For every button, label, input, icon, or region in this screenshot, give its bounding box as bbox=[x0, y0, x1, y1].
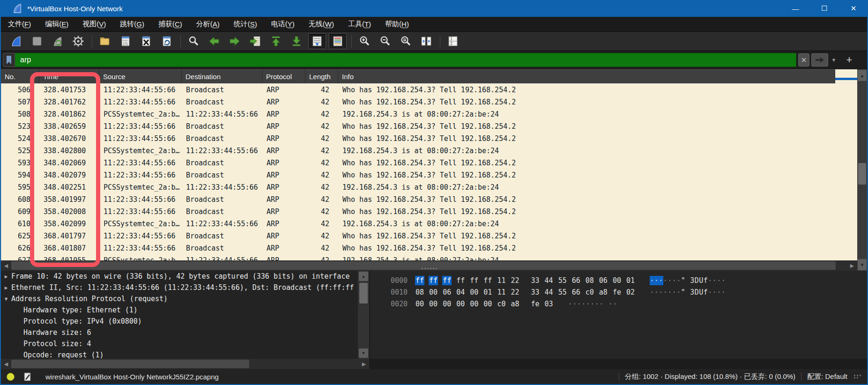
ascii-char[interactable]: · bbox=[676, 288, 681, 297]
hex-byte[interactable]: 11 bbox=[497, 276, 506, 285]
ascii-char[interactable]: · bbox=[654, 276, 659, 285]
ascii-char[interactable]: f bbox=[704, 288, 708, 297]
packet-row-524[interactable]: 524338.40267011:22:33:44:55:66BroadcastA… bbox=[1, 133, 857, 145]
packet-row-593[interactable]: 593348.40206911:22:33:44:55:66BroadcastA… bbox=[1, 157, 857, 169]
hex-byte[interactable]: c0 bbox=[497, 299, 506, 309]
ascii-char[interactable]: U bbox=[699, 276, 704, 285]
packet-row-627[interactable]: 627368.401955PCSSystemtec_2a:b…11:22:33:… bbox=[1, 254, 857, 260]
scroll-right-button[interactable]: ▶ bbox=[360, 360, 368, 368]
stop-capture-icon[interactable] bbox=[28, 33, 46, 49]
detail-vertical-scrollbar[interactable]: ▲ ▼ bbox=[358, 271, 369, 359]
ascii-char[interactable]: · bbox=[668, 288, 672, 297]
hex-byte[interactable]: 22 bbox=[510, 288, 519, 297]
close-file-icon[interactable] bbox=[137, 33, 155, 49]
hex-byte[interactable]: 55 bbox=[558, 276, 567, 285]
column-header-protocol[interactable]: Protocol bbox=[262, 70, 305, 83]
ascii-char[interactable]: · bbox=[668, 276, 672, 285]
colorize-icon[interactable] bbox=[329, 33, 347, 49]
column-header-no[interactable]: No. bbox=[1, 70, 39, 83]
hex-byte[interactable]: 03 bbox=[544, 299, 554, 309]
title-bar[interactable]: *VirtualBox Host-Only Network —☐✕ bbox=[0, 0, 868, 17]
detail-tree-item[interactable]: Hardware size: 6 bbox=[1, 327, 358, 338]
hex-byte[interactable]: 00 bbox=[469, 299, 479, 309]
detail-horizontal-scrollbar[interactable]: ◀ ▶ bbox=[1, 359, 369, 369]
scroll-left-button[interactable]: ◀ bbox=[2, 261, 10, 270]
hex-byte[interactable]: a8 bbox=[510, 299, 519, 309]
scroll-up-button[interactable]: ▲ bbox=[359, 272, 368, 281]
resize-grip[interactable] bbox=[854, 375, 861, 378]
go-forward-icon[interactable] bbox=[226, 33, 244, 49]
packet-row-595[interactable]: 595348.402251PCSSystemtec_2a:b…11:22:33:… bbox=[1, 181, 857, 193]
menu-item-a[interactable]: 分析(A) bbox=[189, 17, 227, 31]
scrollbar-thumb[interactable] bbox=[359, 283, 368, 304]
zoom-reset-icon[interactable] bbox=[397, 33, 415, 49]
ascii-char[interactable]: · bbox=[721, 288, 726, 297]
ascii-char[interactable]: · bbox=[717, 276, 721, 285]
menu-item-s[interactable]: 统计(S) bbox=[227, 17, 264, 31]
menu-item-t[interactable]: 工具(T) bbox=[341, 17, 378, 31]
hex-byte[interactable]: 04 bbox=[456, 288, 465, 297]
hex-byte[interactable]: fe bbox=[531, 299, 540, 309]
hex-byte[interactable]: 66 bbox=[571, 288, 581, 297]
minimize-button[interactable]: — bbox=[781, 0, 810, 17]
filter-clear-button[interactable]: ✕ bbox=[798, 53, 809, 67]
ascii-char[interactable]: 3 bbox=[690, 276, 695, 285]
save-file-icon[interactable]: 010111010110 bbox=[117, 33, 134, 49]
ascii-char[interactable]: D bbox=[695, 276, 699, 285]
packet-row-594[interactable]: 594348.40207911:22:33:44:55:66BroadcastA… bbox=[1, 169, 857, 181]
ascii-char[interactable]: · bbox=[590, 299, 595, 309]
expander-closed-icon[interactable]: ▶ bbox=[1, 285, 11, 291]
filter-bookmark-button[interactable] bbox=[3, 53, 15, 67]
close-button[interactable]: ✕ bbox=[839, 0, 868, 17]
detail-tree-item[interactable]: Protocol size: 4 bbox=[1, 338, 358, 349]
ascii-char[interactable]: · bbox=[712, 288, 717, 297]
ascii-char[interactable]: · bbox=[586, 299, 591, 309]
menu-item-w[interactable]: 无线(W) bbox=[302, 17, 341, 31]
zoom-out-icon[interactable] bbox=[376, 33, 394, 49]
packet-row-609[interactable]: 609358.40200811:22:33:44:55:66BroadcastA… bbox=[1, 206, 857, 218]
hex-byte[interactable]: 00 bbox=[442, 299, 452, 309]
ascii-char[interactable]: · bbox=[676, 276, 681, 285]
scrollbar-thumb[interactable] bbox=[11, 360, 249, 368]
column-header-info[interactable]: Info bbox=[338, 70, 835, 83]
find-packet-icon[interactable] bbox=[185, 33, 202, 49]
hex-byte[interactable]: 33 bbox=[531, 276, 540, 285]
hex-byte[interactable]: 06 bbox=[599, 276, 608, 285]
hex-byte[interactable]: 66 bbox=[571, 276, 581, 285]
ascii-char[interactable]: · bbox=[672, 276, 677, 285]
packet-row-610[interactable]: 610358.402099PCSSystemtec_2a:b…11:22:33:… bbox=[1, 218, 857, 230]
hex-byte[interactable]: 00 bbox=[429, 288, 438, 297]
detail-tree-item[interactable]: Opcode: request (1) bbox=[1, 349, 358, 359]
profile-selector[interactable]: 配置: Default bbox=[807, 372, 847, 381]
ascii-char[interactable]: · bbox=[708, 288, 712, 297]
hex-byte[interactable]: 00 bbox=[456, 299, 465, 309]
column-header-source[interactable]: Source bbox=[99, 70, 182, 83]
menu-item-g[interactable]: 跳转(G) bbox=[113, 17, 151, 31]
hex-byte[interactable]: ff bbox=[469, 276, 479, 285]
capture-file-name[interactable]: wireshark_VirtualBox Host-Only NetworkJ5… bbox=[45, 373, 219, 381]
restart-capture-icon[interactable] bbox=[49, 33, 67, 49]
menu-item-h[interactable]: 帮助(H) bbox=[378, 17, 416, 31]
detail-tree-item[interactable]: ▼Address Resolution Protocol (request) bbox=[1, 293, 358, 304]
ascii-char[interactable]: · bbox=[599, 299, 604, 309]
resize-columns-icon[interactable] bbox=[417, 33, 435, 49]
ascii-char[interactable]: · bbox=[717, 288, 721, 297]
column-header-destination[interactable]: Destination bbox=[182, 70, 262, 83]
detail-tree-item[interactable]: Protocol type: IPv4 (0x0800) bbox=[1, 316, 358, 327]
hex-byte[interactable]: 44 bbox=[544, 288, 554, 297]
ascii-char[interactable]: · bbox=[721, 276, 726, 285]
packet-row-626[interactable]: 626368.40180711:22:33:44:55:66BroadcastA… bbox=[1, 242, 857, 254]
packet-row-523[interactable]: 523338.40265911:22:33:44:55:66BroadcastA… bbox=[1, 120, 857, 133]
menu-item-v[interactable]: 视图(V) bbox=[75, 17, 113, 31]
ascii-char[interactable]: · bbox=[712, 276, 717, 285]
ascii-char[interactable]: · bbox=[595, 299, 600, 309]
filter-apply-button[interactable] bbox=[811, 53, 828, 67]
packet-row-525[interactable]: 525338.402800PCSSystemtec_2a:b…11:22:33:… bbox=[1, 145, 857, 157]
packet-list-vertical-scrollbar[interactable]: ▲ ▼ bbox=[857, 69, 867, 271]
go-last-icon[interactable] bbox=[288, 33, 305, 49]
ascii-char[interactable]: · bbox=[659, 276, 663, 285]
capture-comment-icon[interactable] bbox=[24, 372, 31, 381]
reload-file-icon[interactable] bbox=[158, 33, 176, 49]
hex-byte[interactable]: 00 bbox=[483, 299, 492, 309]
menu-item-y[interactable]: 电话(Y) bbox=[264, 17, 302, 31]
